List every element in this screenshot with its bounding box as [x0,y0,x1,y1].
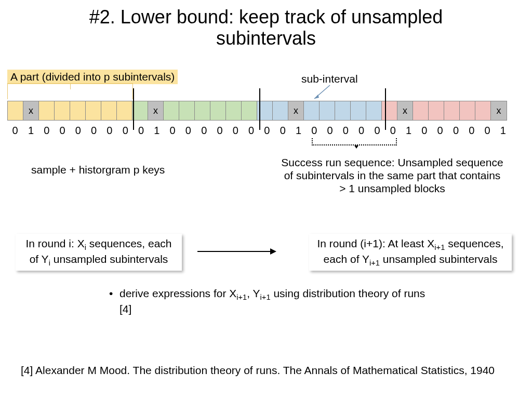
bit-value: 1 [23,125,38,137]
cell-sampled: x [397,101,413,120]
cell-unsampled [86,101,101,120]
cell-unsampled [242,101,257,120]
subinterval-label: sub-interval [301,73,358,85]
cell-unsampled [366,101,382,120]
pointer-arrow-icon [312,84,332,100]
cell-unsampled [444,101,460,120]
round-i-plus-1-box: In round (i+1): At least Xi+1 sequences,… [309,234,512,271]
bit-value: 1 [401,125,416,137]
cell-unsampled [195,101,210,120]
cell-unsampled [179,101,195,120]
bit-value: 0 [417,125,432,137]
cell-unsampled [475,101,491,120]
bit-value: 0 [117,125,133,137]
bit-value: 1 [495,125,511,137]
bit-value: 0 [369,125,385,137]
dotted-brace [312,138,397,145]
bit-value: 0 [354,125,369,137]
slide-title: #2. Lower bound: keep track of unsampled… [0,0,532,49]
bit-value: 0 [448,125,463,137]
cell-unsampled [55,101,70,120]
cell-unsampled [132,101,148,120]
cell-unsampled [273,101,288,120]
bit-value: 0 [55,125,70,137]
bit-value: 0 [307,125,322,137]
bullet-text: • derive expressions for Xi+1, Yi+1 usin… [119,287,431,316]
cells-row: xxxxx [7,101,507,121]
cell-unsampled [39,101,55,120]
cell-unsampled [429,101,444,120]
separator [133,88,134,130]
cell-unsampled [101,101,117,120]
cell-unsampled [335,101,351,120]
separator [259,88,260,130]
cell-unsampled [413,101,429,120]
bits-row: 01000000010000000010000001000001 [7,125,511,137]
cell-sampled: x [148,101,164,120]
cell-unsampled [117,101,132,120]
cell-unsampled [460,101,475,120]
bit-value: 0 [322,125,338,137]
round-i-box: In round i: Xi sequences, each of Yi uns… [16,234,182,271]
bit-value: 0 [480,125,495,137]
cell-unsampled [8,101,23,120]
cell-unsampled [304,101,320,120]
bit-value: 0 [7,125,23,137]
bit-value: 0 [243,125,259,137]
bit-value: 0 [432,125,448,137]
bit-value: 0 [464,125,480,137]
bit-value: 0 [228,125,243,137]
bit-value: 0 [338,125,353,137]
bit-value: 1 [290,125,306,137]
bit-value: 0 [165,125,180,137]
bit-value: 0 [212,125,228,137]
bit-value: 0 [70,125,86,137]
bit-value: 0 [133,125,149,137]
cell-sampled: x [491,101,507,120]
bit-value: 0 [196,125,212,137]
bit-value: 0 [86,125,101,137]
cell-unsampled [382,101,397,120]
bit-value: 0 [259,125,275,137]
cell-unsampled [320,101,335,120]
cell-unsampled [226,101,242,120]
bit-value: 1 [149,125,165,137]
cell-unsampled [164,101,179,120]
cell-sampled: x [288,101,304,120]
cell-unsampled [210,101,226,120]
part-bracket [7,83,133,99]
citation-text: [4] Alexander M Mood. The distribution t… [21,364,520,377]
cell-unsampled [351,101,366,120]
bit-value: 0 [385,125,401,137]
arrow-icon [197,251,275,252]
bit-value: 0 [39,125,55,137]
part-label: A part (divided into p subintervals) [7,70,178,84]
separator [385,88,386,130]
bit-value: 0 [102,125,117,137]
bit-value: 0 [275,125,290,137]
bit-value: 0 [180,125,196,137]
success-run-text: Success run sequence: Unsampled sequence… [281,156,504,195]
cell-unsampled [70,101,86,120]
sample-text: sample + historgram p keys [31,164,165,176]
cell-sampled: x [23,101,39,120]
